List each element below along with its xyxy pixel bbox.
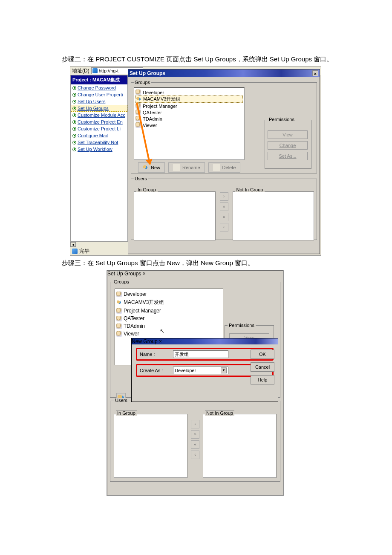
rename-button[interactable]: Rename — [168, 162, 205, 173]
sidebar-item-label: Set Up Users — [78, 99, 105, 104]
sidebar-item-customize-project-entities[interactable]: Customize Project En — [71, 119, 127, 125]
bullet-icon — [72, 93, 76, 97]
delete-button[interactable]: Delete — [208, 162, 241, 173]
close-icon[interactable]: × — [312, 70, 318, 76]
not-in-group-label: Not In Group — [235, 187, 265, 192]
name-label: Name : — [140, 352, 169, 357]
step2-caption: 步骤二：在 PROJECT CUSTOMIZE 页面点击 Set Up Grou… — [62, 55, 392, 64]
move-all-right-icon[interactable]: » — [220, 202, 228, 211]
sidebar-item-change-user-properties[interactable]: Change User Properti — [71, 91, 127, 98]
sidebar-item-label: Set Up Groups — [78, 106, 109, 111]
new-group-titlebar[interactable]: New Group × — [132, 338, 278, 344]
group-icon — [116, 300, 122, 305]
cancel-button[interactable]: Cancel — [251, 362, 274, 372]
move-buttons: › » « ‹ — [191, 420, 199, 478]
group-label: MACAMV3开发组 — [124, 299, 164, 306]
group-item-project-manager[interactable]: Project Manager — [116, 307, 222, 315]
new-group-buttons: OK Cancel Help — [251, 350, 274, 384]
change-button[interactable]: Change — [268, 141, 308, 150]
users-fieldset-2: Users In Group › » « ‹ Not In Group — [110, 401, 280, 482]
bullet-icon — [72, 113, 76, 117]
group-item-macamv3[interactable]: MACAMV3开发组 — [116, 298, 222, 307]
group-item-qatester[interactable]: QATester — [135, 109, 243, 116]
group-item-developer[interactable]: Developer — [135, 89, 243, 95]
new-group-title: New Group — [132, 338, 158, 344]
in-group-label: In Group — [136, 187, 158, 192]
move-left-icon[interactable]: ‹ — [220, 223, 228, 231]
group-item-project-manager[interactable]: Project Manager — [135, 103, 243, 109]
not-in-group-list[interactable] — [233, 191, 314, 240]
dialog-titlebar[interactable]: Set Up Groups × — [107, 271, 283, 277]
groups-legend: Groups — [134, 80, 151, 85]
group-label: Developer — [143, 90, 164, 95]
done-icon — [72, 249, 78, 254]
sidebar-item-set-up-users[interactable]: Set Up Users — [71, 98, 127, 105]
button-label: Rename — [182, 165, 200, 170]
group-item-tdadmin[interactable]: TDAdmin — [116, 322, 222, 330]
close-icon[interactable]: × — [143, 271, 146, 277]
group-item-qatester[interactable]: QATester — [116, 315, 222, 322]
sidebar-item-set-up-groups[interactable]: Set Up Groups — [71, 105, 127, 112]
screenshot-step3: Set Up Groups × Groups Developer MACAMV3… — [107, 270, 284, 496]
move-all-left-icon[interactable]: « — [220, 213, 228, 221]
sidebar-item-label: Customize Project Li — [78, 126, 121, 131]
sidebar-item-set-up-workflow[interactable]: Set Up Workflow — [71, 146, 127, 153]
groups-fieldset: Groups Developer MACAMV3开发组 Project Mana… — [131, 80, 317, 173]
create-as-select[interactable]: Developer ▼ — [173, 367, 228, 374]
button-label: New — [151, 165, 160, 170]
close-icon[interactable]: × — [159, 338, 162, 344]
group-label: MACAMV3开发组 — [143, 96, 180, 102]
group-item-viewer[interactable]: Viewer — [135, 122, 243, 128]
not-in-group-list[interactable] — [203, 414, 277, 478]
not-in-group-label: Not In Group — [205, 410, 234, 416]
move-left-icon[interactable]: ‹ — [191, 451, 199, 459]
group-label: TDAdmin — [124, 323, 145, 329]
sidebar-item-label: Customize Module Acc — [78, 113, 125, 118]
dialog-titlebar[interactable]: Set Up Groups × — [128, 69, 320, 77]
sidebar-item-label: Set Up Workflow — [78, 147, 112, 152]
group-item-developer[interactable]: Developer — [116, 290, 222, 298]
group-item-viewer[interactable]: Viewer — [116, 330, 222, 338]
help-button[interactable]: Help — [251, 375, 274, 384]
sidebar-item-set-traceability[interactable]: Set Traceability Not — [71, 139, 127, 146]
move-all-left-icon[interactable]: « — [191, 440, 199, 449]
users-legend: Users — [114, 398, 129, 403]
delete-icon — [213, 164, 220, 171]
chevron-down-icon: ▼ — [221, 367, 227, 373]
bullet-icon — [72, 107, 76, 110]
sidebar-item-customize-module-access[interactable]: Customize Module Acc — [71, 112, 127, 119]
screenshot-step2: 地址(D) http://hg-t Project : MACAM集成 Chan… — [70, 66, 321, 256]
sidebar-item-change-password[interactable]: Change Password — [71, 84, 127, 91]
name-input[interactable] — [173, 350, 228, 358]
in-group-box: In Group — [114, 407, 187, 478]
scroll-left-icon[interactable]: ◄ — [70, 242, 76, 247]
move-right-icon[interactable]: › — [191, 420, 199, 428]
ok-button[interactable]: OK — [251, 350, 274, 359]
address-text: http://hg-t — [99, 68, 118, 73]
view-button[interactable]: View — [268, 130, 308, 139]
group-label: QATester — [143, 110, 162, 115]
bullet-icon — [72, 141, 76, 145]
set-as-button[interactable]: Set As... — [268, 152, 308, 160]
group-item-macamv3[interactable]: MACAMV3开发组 — [135, 95, 243, 103]
group-label: Project Manager — [124, 308, 161, 314]
move-all-right-icon[interactable]: » — [191, 430, 199, 439]
in-group-list[interactable] — [114, 414, 187, 478]
group-item-tdadmin[interactable]: TDAdmin — [135, 116, 243, 122]
group-label: QATester — [124, 315, 144, 321]
groups-listbox[interactable]: Developer MACAMV3开发组 Project Manager QAT… — [134, 87, 245, 160]
dialog-title: Set Up Groups — [107, 271, 141, 277]
sidebar-item-label: Change Password — [78, 85, 116, 90]
in-group-list[interactable] — [134, 191, 216, 240]
setup-groups-dialog: Set Up Groups × Groups Developer MACAMV3… — [128, 69, 320, 254]
in-group-box: In Group — [134, 184, 216, 240]
move-right-icon[interactable]: › — [220, 192, 228, 201]
step3-caption: 步骤三：在 Set Up Groups 窗口点击 New，弹出 New Grou… — [62, 259, 392, 267]
sidebar-hscroll[interactable]: ◄ — [70, 241, 128, 247]
sidebar-item-customize-project-lists[interactable]: Customize Project Li — [71, 125, 127, 132]
create-as-label: Create As : — [140, 368, 169, 373]
sidebar-item-configure-mail[interactable]: Configure Mail — [71, 132, 127, 139]
users-fieldset: Users In Group › » « ‹ Not In Group — [131, 176, 317, 240]
users-legend: Users — [134, 176, 148, 181]
group-label: Project Manager — [143, 104, 177, 109]
